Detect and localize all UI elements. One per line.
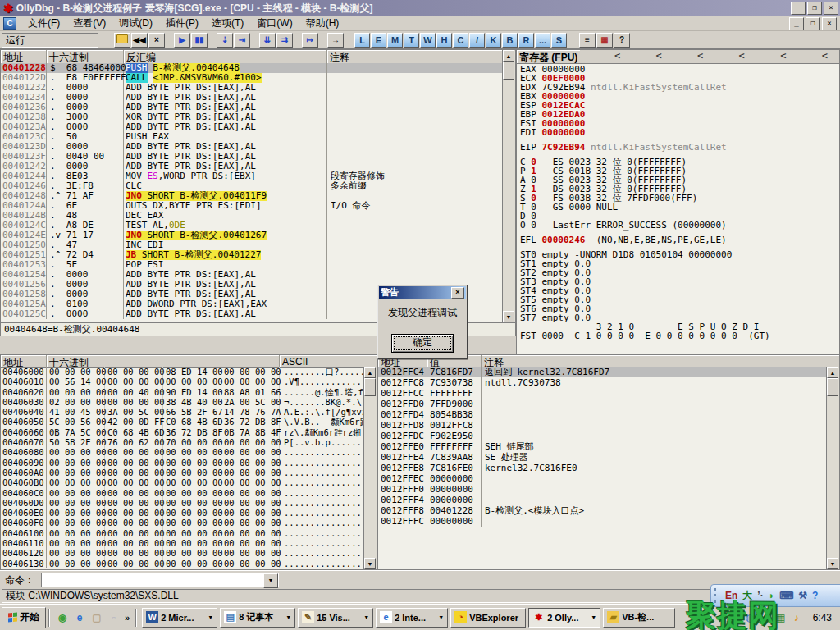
dump-row[interactable]: 0040604041 00 45 003A 00 5C 0066 5B 2F 6… [1,407,363,417]
start-button[interactable]: 开始 [2,607,46,628]
title-bar[interactable]: ✱ OllyDbg - B-检测父进程例子 爱琴海[SCG].exe - [CP… [0,0,840,16]
dump-row[interactable]: 0040611000 00 00 0000 00 00 0000 00 00 0… [1,538,363,548]
dump-row[interactable]: 004060B000 00 00 0000 00 00 0000 00 00 0… [1,477,363,487]
stack-row[interactable]: 0012FFF800401228B-检测父.<模块入口点> [378,505,826,516]
stack-row[interactable]: 0012FFD48054BB38 [378,409,826,420]
dialog-ok-button[interactable]: 确定 [391,334,454,353]
chevron-down-icon[interactable]: ▼ [363,614,369,620]
taskbar-clock[interactable]: 6:43 [808,612,837,623]
chevron-down-icon[interactable]: ▼ [285,614,291,620]
task-button-word[interactable]: W2 Micr...▼ [142,608,217,628]
task-button-notepad[interactable]: ▤8 记事本▼ [220,608,295,628]
stack-row[interactable]: 0012FFF400000000 [378,495,826,505]
cpu-window-icon[interactable]: C [3,17,16,30]
pause-button[interactable]: ▮▮ [191,33,208,48]
menu-item-3[interactable]: 调试(D) [112,16,159,31]
stack-row[interactable]: 0012FFF000000000 [378,484,826,495]
letter-button-dots[interactable]: ... [535,33,550,48]
letter-button-K[interactable]: K [486,33,501,48]
dump-scrollbar[interactable]: ▲ ▼ [363,367,377,569]
menu-item-5[interactable]: 选项(T) [205,16,250,31]
close-program-button[interactable]: × [148,33,165,48]
stack-row[interactable]: 0012FFFC00000000 [378,516,826,527]
scroll-down-icon[interactable]: ▼ [827,558,838,569]
letter-button-C[interactable]: C [453,33,468,48]
stack-row[interactable]: 0012FFD07FFD9000 [378,399,826,409]
stack-row[interactable]: 0012FFD80012FFC8 [378,420,826,431]
dump-row[interactable]: 004060A000 00 00 0000 00 00 0000 00 00 0… [1,468,363,477]
dump-row[interactable]: 0040609000 00 00 0000 00 00 0000 00 00 0… [1,458,363,468]
stack-row[interactable]: 0012FFE47C839AA8SE 处理器 [378,452,826,463]
trace-into-button[interactable]: ⇊ [259,33,276,48]
stack-row[interactable]: 0012FFEC00000000 [378,473,826,484]
appearance-button[interactable]: ▦ [596,33,613,48]
register-line[interactable]: EIP 7C92EB94 ntdll.KiFastSystemCallRet [520,143,839,152]
command-dropdown-icon[interactable]: ▼ [263,573,278,588]
stack-scrollbar[interactable]: ▲ ▼ [826,367,839,569]
trace-over-button[interactable]: ⇉ [276,33,293,48]
register-line[interactable]: EFL 00000246 (NO,NB,E,BE,NS,PE,GE,LE) [520,235,839,244]
ime-keyboard-icon[interactable]: ⌨ [779,590,793,601]
task-button-folder[interactable]: ▰VB-检... [603,608,675,628]
scroll-down-icon[interactable]: ▼ [503,311,514,322]
dump-row[interactable]: 0040608000 00 00 0000 00 00 0000 00 00 0… [1,447,363,457]
menu-item-6[interactable]: 窗口(W) [250,16,299,31]
letter-button-M[interactable]: M [387,33,403,48]
task-button-ollydbg[interactable]: ✱2 Olly...▼ [528,608,600,628]
letter-button-S[interactable]: S [551,33,567,48]
command-input[interactable] [42,573,263,587]
dump-row[interactable]: 0040601000 56 14 0000 00 00 0000 00 00 0… [1,377,363,386]
ime-help-icon[interactable]: ? [812,590,818,601]
letter-button-L[interactable]: L [354,33,370,48]
menu-item-4[interactable]: 插件(P) [159,16,205,31]
register-line[interactable]: FST 0000 C 1 0 0 0 0 E 0 0 0 0 0 0 0 0 (… [520,331,839,340]
step-over-button[interactable]: ⇥ [234,33,250,48]
scroll-thumb[interactable] [364,378,376,396]
letter-button-B[interactable]: B [502,33,518,48]
chevron-down-icon[interactable]: ▼ [438,614,444,620]
task-button-internet-explorer[interactable]: e2 Inte...▼ [376,608,448,628]
show-desktop-icon[interactable]: ▢ [89,610,104,625]
dump-row[interactable]: 0040600000 00 00 0000 00 00 0008 ED 14 0… [1,367,363,377]
step-into-button[interactable]: ⇣ [217,33,233,48]
letter-button-E[interactable]: E [371,33,386,48]
task-button-vbexplorer[interactable]: ◔VBExplorer [450,608,526,628]
register-line[interactable]: T 0 GS 0000 NULL [520,203,839,212]
scroll-thumb[interactable] [827,378,838,396]
media-player-icon[interactable]: ▫ [107,610,121,625]
menu-item-1[interactable]: 文件(F) [21,16,66,31]
register-line[interactable]: O 0 LastErr ERROR_SUCCESS (00000000) [520,221,839,230]
scroll-up-icon[interactable]: ▲ [827,367,838,378]
dump-row[interactable]: 0040607050 5B 2E 0076 00 62 0070 00 00 0… [1,437,363,447]
ime-options-icon[interactable]: ⚒ [798,590,807,601]
letter-button-W[interactable]: W [420,33,436,48]
letter-button-R[interactable]: R [518,33,534,48]
mdi-minimize-button[interactable]: _ [789,17,804,30]
letter-button-T[interactable]: T [404,33,419,48]
execute-till-return-button[interactable]: ↦ [302,33,318,48]
open-file-button[interactable] [114,33,130,48]
messenger-icon[interactable]: ◉ [55,610,70,625]
stack-row[interactable]: 0012FFE87C816FE0kernel32.7C816FE0 [378,463,826,473]
chevron-icon[interactable]: » [125,613,130,623]
disassembly-scrollbar[interactable]: ▲ ▼ [502,50,515,322]
mdi-close-button[interactable]: × [822,17,837,30]
scroll-thumb[interactable] [503,62,514,80]
dump-row[interactable]: 0040602000 00 00 0000 00 40 0090 ED 14 0… [1,387,363,397]
scroll-up-icon[interactable]: ▲ [503,50,514,62]
dump-row[interactable]: 004060600B 7A 5C 00C0 68 4B 6D36 72 DB 8… [1,427,363,437]
dump-row[interactable]: 004060C000 00 00 0000 00 00 0000 00 00 0… [1,488,363,498]
stack-row[interactable]: 0012FFCCFFFFFFFF [378,388,826,399]
tray-music-icon[interactable]: ♪ [790,611,803,624]
dump-row[interactable]: 0040613000 00 00 0000 00 00 0000 00 00 0… [1,559,363,568]
stack-row[interactable]: 0012FFC87C930738ntdll.7C930738 [378,377,826,388]
help-button[interactable]: ? [614,33,630,48]
task-button-visual-basic[interactable]: ✎15 Vis...▼ [298,608,373,628]
dump-row[interactable]: 004060D000 00 00 0000 00 00 0000 00 00 0… [1,498,363,508]
dialog-title-bar[interactable]: 警告 × [379,286,466,299]
window-restore-button[interactable]: ❐ [807,2,822,15]
dump-row[interactable]: 0040603002 00 00 0000 00 00 0038 4B 40 0… [1,397,363,407]
run-button[interactable]: ▶ [174,33,190,48]
window-minimize-button[interactable]: _ [791,2,806,15]
dump-row[interactable]: 004060E000 00 00 0000 00 00 0000 00 00 0… [1,508,363,518]
